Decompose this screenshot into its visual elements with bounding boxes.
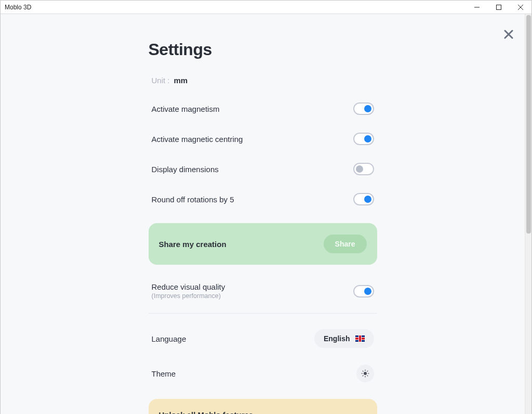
svg-rect-1 xyxy=(497,5,501,9)
toggle-dimensions[interactable] xyxy=(353,163,374,175)
toggle-magnetism-row: Activate magnetism xyxy=(149,102,377,115)
svg-line-14 xyxy=(367,371,367,371)
toggle-knob xyxy=(364,288,371,295)
window-controls xyxy=(466,1,531,14)
page-title: Settings xyxy=(149,40,377,59)
toggle-label-block: Reduce visual quality (Improves performa… xyxy=(152,282,225,300)
toggle-centring[interactable] xyxy=(353,133,374,145)
toggle-knob xyxy=(356,165,363,173)
svg-line-11 xyxy=(363,371,363,371)
toggle-centring-row: Activate magnetic centring xyxy=(149,133,377,145)
unit-row[interactable]: Unit : mm xyxy=(149,76,377,85)
toggle-round-rotations-row: Round off rotations by 5 xyxy=(149,193,377,205)
window-title: Moblo 3D xyxy=(5,4,31,11)
language-select[interactable]: English xyxy=(314,329,374,348)
close-window-button[interactable] xyxy=(510,1,531,14)
scrollbar-thumb[interactable] xyxy=(526,15,531,234)
toggle-label: Display dimensions xyxy=(152,165,219,174)
maximize-button[interactable] xyxy=(488,1,510,14)
unlock-card: Unlock all Moblo features. Find out more xyxy=(149,399,377,414)
svg-point-6 xyxy=(364,372,367,375)
language-row: Language English xyxy=(149,329,377,348)
toggle-label: Reduce visual quality xyxy=(152,282,225,291)
unit-label: Unit : xyxy=(152,76,170,85)
toggle-reduce-quality-row: Reduce visual quality (Improves performa… xyxy=(149,282,377,300)
theme-label: Theme xyxy=(152,369,176,378)
divider xyxy=(149,313,377,314)
toggle-knob xyxy=(364,196,371,203)
share-button[interactable]: Share xyxy=(324,235,367,253)
unlock-title: Unlock all Moblo features. xyxy=(159,410,367,414)
toggle-reduce-quality[interactable] xyxy=(353,285,374,297)
close-icon xyxy=(518,5,523,10)
language-value: English xyxy=(324,334,350,343)
titlebar: Moblo 3D xyxy=(1,1,531,14)
toggle-label: Round off rotations by 5 xyxy=(152,195,234,204)
settings-panel: Settings Unit : mm Activate magnetism Ac… xyxy=(149,40,377,414)
toggle-knob xyxy=(364,135,371,143)
toggle-magnetism[interactable] xyxy=(353,102,374,115)
content-area: Settings Unit : mm Activate magnetism Ac… xyxy=(1,14,531,414)
theme-row: Theme xyxy=(149,365,377,382)
toggle-sublabel: (Improves performance) xyxy=(152,292,225,300)
app-window: Moblo 3D Settings xyxy=(0,0,532,414)
minimize-icon xyxy=(474,5,480,10)
unit-value: mm xyxy=(174,76,188,85)
close-panel-button[interactable] xyxy=(504,30,513,41)
share-title: Share my creation xyxy=(159,240,227,249)
maximize-icon xyxy=(496,5,501,10)
uk-flag-icon xyxy=(355,335,365,342)
toggle-label: Activate magnetic centring xyxy=(152,135,243,144)
share-card: Share my creation Share xyxy=(149,223,377,265)
svg-line-13 xyxy=(363,376,363,376)
sun-icon xyxy=(361,369,369,378)
language-label: Language xyxy=(152,334,187,343)
toggle-dimensions-row: Display dimensions xyxy=(149,163,377,175)
svg-line-12 xyxy=(367,376,367,376)
toggle-round-rotations[interactable] xyxy=(353,193,374,205)
theme-select[interactable] xyxy=(356,365,374,382)
close-icon xyxy=(504,30,513,39)
minimize-button[interactable] xyxy=(466,1,488,14)
vertical-scrollbar[interactable] xyxy=(525,14,531,414)
settings-panel-wrap: Settings Unit : mm Activate magnetism Ac… xyxy=(1,14,525,414)
toggle-label: Activate magnetism xyxy=(152,105,220,113)
toggle-knob xyxy=(364,105,371,112)
